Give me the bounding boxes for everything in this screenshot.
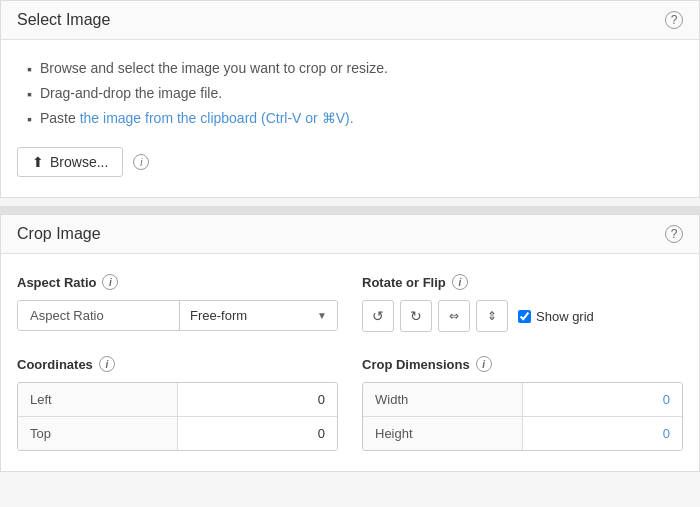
crop-dimensions-label: Crop Dimensions bbox=[362, 357, 470, 372]
top-label: Top bbox=[18, 417, 178, 450]
rotate-flip-label-row: Rotate or Flip i bbox=[362, 274, 683, 290]
browse-info-icon[interactable]: i bbox=[133, 154, 149, 170]
rotate-right-button[interactable]: ↻ bbox=[400, 300, 432, 332]
show-grid-label[interactable]: Show grid bbox=[518, 309, 594, 324]
aspect-ratio-select[interactable]: Free-form ▼ bbox=[180, 301, 337, 330]
crop-image-body: Aspect Ratio i Aspect Ratio Free-form ▼ … bbox=[1, 254, 699, 471]
chevron-down-icon: ▼ bbox=[317, 310, 327, 321]
crop-dimensions-label-row: Crop Dimensions i bbox=[362, 356, 683, 372]
crop-dimensions-info-icon[interactable]: i bbox=[476, 356, 492, 372]
section-divider bbox=[0, 206, 700, 214]
select-image-header: Select Image ? bbox=[1, 1, 699, 40]
aspect-ratio-group: Aspect Ratio i Aspect Ratio Free-form ▼ bbox=[17, 274, 338, 332]
left-value: 0 bbox=[178, 383, 337, 416]
select-image-title: Select Image bbox=[17, 11, 110, 29]
width-label: Width bbox=[363, 383, 523, 416]
aspect-ratio-label: Aspect Ratio bbox=[17, 275, 96, 290]
table-row: Left 0 bbox=[18, 383, 337, 417]
coordinates-table: Left 0 Top 0 bbox=[17, 382, 338, 451]
instruction-list: Browse and select the image you want to … bbox=[17, 60, 683, 127]
height-value: 0 bbox=[523, 417, 682, 450]
show-grid-text: Show grid bbox=[536, 309, 594, 324]
select-image-help-icon[interactable]: ? bbox=[665, 11, 683, 29]
flip-horizontal-button[interactable]: ⇔ bbox=[438, 300, 470, 332]
crop-dimensions-group: Crop Dimensions i Width 0 Height 0 bbox=[362, 356, 683, 451]
browse-button[interactable]: ⬆ Browse... bbox=[17, 147, 123, 177]
coordinates-info-icon[interactable]: i bbox=[99, 356, 115, 372]
list-item: Paste the image from the clipboard (Ctrl… bbox=[27, 110, 683, 127]
rotate-flip-info-icon[interactable]: i bbox=[452, 274, 468, 290]
rotate-flip-group: Rotate or Flip i ↺ ↻ ⇔ ⇕ Show grid bbox=[362, 274, 683, 332]
aspect-ratio-cell-label: Aspect Ratio bbox=[18, 301, 180, 330]
height-label: Height bbox=[363, 417, 523, 450]
list-item: Drag-and-drop the image file. bbox=[27, 85, 683, 102]
table-row: Height 0 bbox=[363, 417, 682, 450]
coordinates-label: Coordinates bbox=[17, 357, 93, 372]
select-image-section: Select Image ? Browse and select the ima… bbox=[0, 0, 700, 198]
list-item: Browse and select the image you want to … bbox=[27, 60, 683, 77]
crop-dimensions-table: Width 0 Height 0 bbox=[362, 382, 683, 451]
crop-image-header: Crop Image ? bbox=[1, 215, 699, 254]
coordinates-label-row: Coordinates i bbox=[17, 356, 338, 372]
crop-image-title: Crop Image bbox=[17, 225, 101, 243]
width-value: 0 bbox=[523, 383, 682, 416]
instruction-text-3: Paste the image from the clipboard (Ctrl… bbox=[40, 110, 354, 126]
show-grid-checkbox[interactable] bbox=[518, 310, 531, 323]
left-label: Left bbox=[18, 383, 178, 416]
rotate-left-button[interactable]: ↺ bbox=[362, 300, 394, 332]
table-row: Top 0 bbox=[18, 417, 337, 450]
coordinates-group: Coordinates i Left 0 Top 0 bbox=[17, 356, 338, 451]
crop-image-section: Crop Image ? Aspect Ratio i Aspect Ratio… bbox=[0, 214, 700, 472]
instruction-text-2: Drag-and-drop the image file. bbox=[40, 85, 222, 101]
instruction-text-1: Browse and select the image you want to … bbox=[40, 60, 388, 76]
rotate-flip-buttons: ↺ ↻ ⇔ ⇕ Show grid bbox=[362, 300, 683, 332]
crop-image-help-icon[interactable]: ? bbox=[665, 225, 683, 243]
table-row: Width 0 bbox=[363, 383, 682, 417]
aspect-ratio-value: Free-form bbox=[190, 308, 247, 323]
crop-grid: Aspect Ratio i Aspect Ratio Free-form ▼ … bbox=[17, 274, 683, 451]
highlight-text: the image from the clipboard (Ctrl-V or … bbox=[80, 110, 354, 126]
browse-label: Browse... bbox=[50, 154, 108, 170]
flip-vertical-button[interactable]: ⇕ bbox=[476, 300, 508, 332]
top-value: 0 bbox=[178, 417, 337, 450]
aspect-ratio-info-icon[interactable]: i bbox=[102, 274, 118, 290]
aspect-ratio-row: Aspect Ratio Free-form ▼ bbox=[17, 300, 338, 331]
rotate-flip-label: Rotate or Flip bbox=[362, 275, 446, 290]
aspect-ratio-label-row: Aspect Ratio i bbox=[17, 274, 338, 290]
browse-row: ⬆ Browse... i bbox=[17, 147, 683, 177]
select-image-body: Browse and select the image you want to … bbox=[1, 40, 699, 197]
upload-icon: ⬆ bbox=[32, 154, 44, 170]
